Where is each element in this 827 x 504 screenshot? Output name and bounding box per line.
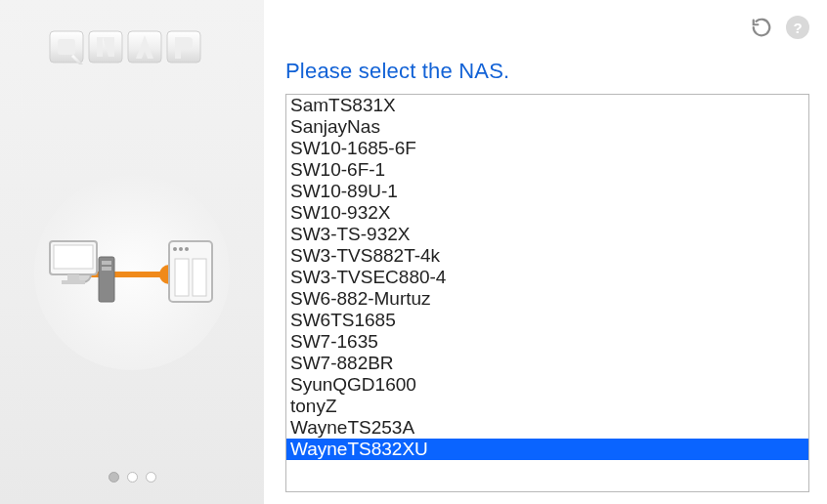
svg-rect-14 (67, 274, 79, 280)
help-icon[interactable]: ? (786, 16, 809, 39)
svg-rect-18 (102, 267, 111, 271)
svg-point-24 (185, 247, 189, 251)
list-item[interactable]: SW6TS1685 (286, 310, 808, 331)
list-item[interactable]: SW7-1635 (286, 331, 808, 353)
step-pager (109, 472, 156, 483)
list-item[interactable]: WayneTS253A (286, 417, 808, 439)
svg-rect-20 (175, 259, 189, 296)
list-item[interactable]: SW10-932X (286, 202, 808, 224)
svg-point-22 (173, 247, 177, 251)
list-item[interactable]: SW3-TS-932X (286, 224, 808, 245)
pager-dot[interactable] (109, 472, 119, 483)
list-item[interactable]: SW3-TVSEC880-4 (286, 267, 808, 288)
pager-dot[interactable] (127, 472, 138, 483)
svg-rect-4 (109, 37, 114, 57)
svg-rect-13 (54, 245, 93, 269)
svg-rect-21 (193, 259, 206, 296)
svg-rect-17 (102, 261, 111, 265)
list-item[interactable]: SanjayNas (286, 116, 808, 138)
list-item[interactable]: tonyZ (286, 396, 808, 417)
sidebar (0, 0, 264, 504)
pager-dot[interactable] (146, 472, 156, 483)
pc-to-nas-icon (44, 224, 220, 321)
refresh-icon[interactable] (751, 17, 772, 38)
nas-list[interactable]: SamTS831XSanjayNasSW10-1685-6FSW10-6F-1S… (285, 94, 809, 492)
help-glyph: ? (786, 16, 809, 39)
list-item[interactable]: SW3-TVS882T-4k (286, 245, 808, 267)
main-panel: ? Please select the NAS. SamTS831XSanjay… (264, 0, 827, 504)
app-root: ? Please select the NAS. SamTS831XSanjay… (0, 0, 827, 504)
page-title: Please select the NAS. (285, 59, 809, 84)
list-item[interactable]: SW7-882BR (286, 353, 808, 374)
list-item[interactable]: SyunQGD1600 (286, 374, 808, 396)
list-item[interactable]: SW6-882-Murtuz (286, 288, 808, 310)
topbar: ? (285, 14, 809, 41)
svg-rect-3 (97, 37, 103, 57)
svg-rect-8 (175, 37, 193, 49)
list-item[interactable]: SW10-89U-1 (286, 181, 808, 202)
svg-rect-15 (62, 280, 85, 284)
list-item[interactable]: WayneTS832XU (286, 439, 808, 460)
nas-list-scroll[interactable]: SamTS831XSanjayNasSW10-1685-6FSW10-6F-1S… (286, 95, 808, 491)
svg-rect-1 (58, 39, 75, 55)
svg-point-23 (179, 247, 183, 251)
list-item[interactable]: SamTS831X (286, 95, 808, 116)
list-item[interactable]: SW10-1685-6F (286, 138, 808, 159)
brand-logo (44, 25, 220, 72)
illustration (0, 72, 264, 472)
list-item[interactable]: SW10-6F-1 (286, 159, 808, 181)
